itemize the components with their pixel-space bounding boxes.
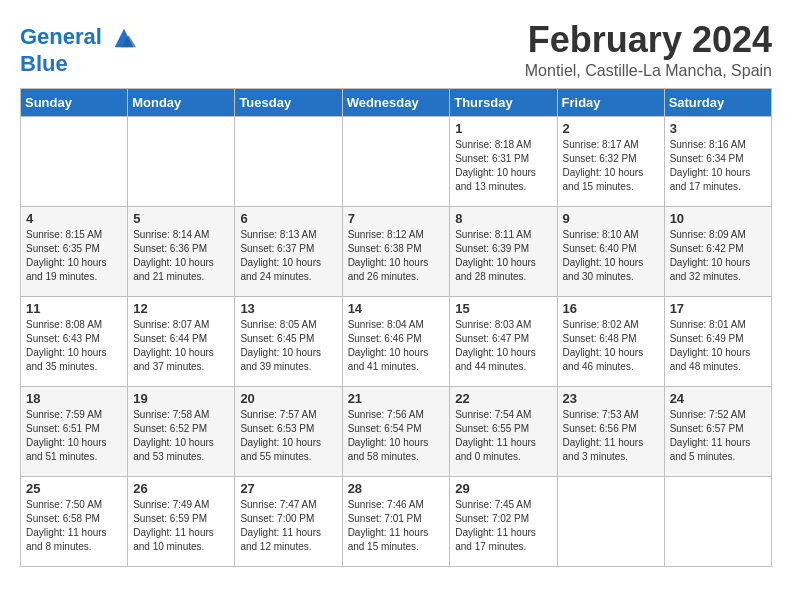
day-info: Sunrise: 8:14 AM Sunset: 6:36 PM Dayligh… xyxy=(133,228,229,284)
day-info: Sunrise: 7:46 AM Sunset: 7:01 PM Dayligh… xyxy=(348,498,445,554)
day-info: Sunrise: 8:03 AM Sunset: 6:47 PM Dayligh… xyxy=(455,318,551,374)
calendar-cell: 8Sunrise: 8:11 AM Sunset: 6:39 PM Daylig… xyxy=(450,206,557,296)
day-number: 21 xyxy=(348,391,445,406)
weekday-header-tuesday: Tuesday xyxy=(235,88,342,116)
calendar-cell: 18Sunrise: 7:59 AM Sunset: 6:51 PM Dayli… xyxy=(21,386,128,476)
day-number: 1 xyxy=(455,121,551,136)
day-info: Sunrise: 7:56 AM Sunset: 6:54 PM Dayligh… xyxy=(348,408,445,464)
day-info: Sunrise: 7:50 AM Sunset: 6:58 PM Dayligh… xyxy=(26,498,122,554)
title-block: February 2024 Montiel, Castille-La Manch… xyxy=(525,20,772,80)
day-info: Sunrise: 8:08 AM Sunset: 6:43 PM Dayligh… xyxy=(26,318,122,374)
weekday-header-thursday: Thursday xyxy=(450,88,557,116)
day-info: Sunrise: 8:07 AM Sunset: 6:44 PM Dayligh… xyxy=(133,318,229,374)
calendar-cell: 10Sunrise: 8:09 AM Sunset: 6:42 PM Dayli… xyxy=(664,206,771,296)
calendar-table: SundayMondayTuesdayWednesdayThursdayFrid… xyxy=(20,88,772,567)
calendar-cell: 3Sunrise: 8:16 AM Sunset: 6:34 PM Daylig… xyxy=(664,116,771,206)
weekday-header-friday: Friday xyxy=(557,88,664,116)
weekday-header-sunday: Sunday xyxy=(21,88,128,116)
day-number: 14 xyxy=(348,301,445,316)
day-info: Sunrise: 8:10 AM Sunset: 6:40 PM Dayligh… xyxy=(563,228,659,284)
calendar-cell: 1Sunrise: 8:18 AM Sunset: 6:31 PM Daylig… xyxy=(450,116,557,206)
logo-blue: Blue xyxy=(20,52,138,76)
day-number: 19 xyxy=(133,391,229,406)
calendar-cell: 27Sunrise: 7:47 AM Sunset: 7:00 PM Dayli… xyxy=(235,476,342,566)
weekday-header-saturday: Saturday xyxy=(664,88,771,116)
calendar-cell: 13Sunrise: 8:05 AM Sunset: 6:45 PM Dayli… xyxy=(235,296,342,386)
calendar-cell: 11Sunrise: 8:08 AM Sunset: 6:43 PM Dayli… xyxy=(21,296,128,386)
day-number: 12 xyxy=(133,301,229,316)
day-number: 11 xyxy=(26,301,122,316)
day-number: 13 xyxy=(240,301,336,316)
day-number: 15 xyxy=(455,301,551,316)
day-number: 6 xyxy=(240,211,336,226)
day-number: 24 xyxy=(670,391,766,406)
day-number: 9 xyxy=(563,211,659,226)
day-info: Sunrise: 7:47 AM Sunset: 7:00 PM Dayligh… xyxy=(240,498,336,554)
day-info: Sunrise: 8:18 AM Sunset: 6:31 PM Dayligh… xyxy=(455,138,551,194)
calendar-cell: 15Sunrise: 8:03 AM Sunset: 6:47 PM Dayli… xyxy=(450,296,557,386)
calendar-cell xyxy=(21,116,128,206)
calendar-cell: 9Sunrise: 8:10 AM Sunset: 6:40 PM Daylig… xyxy=(557,206,664,296)
calendar-cell xyxy=(664,476,771,566)
logo-icon xyxy=(110,24,138,52)
day-number: 22 xyxy=(455,391,551,406)
calendar-cell: 20Sunrise: 7:57 AM Sunset: 6:53 PM Dayli… xyxy=(235,386,342,476)
calendar-cell: 12Sunrise: 8:07 AM Sunset: 6:44 PM Dayli… xyxy=(128,296,235,386)
month-title: February 2024 xyxy=(525,20,772,60)
calendar-cell: 2Sunrise: 8:17 AM Sunset: 6:32 PM Daylig… xyxy=(557,116,664,206)
calendar-cell: 28Sunrise: 7:46 AM Sunset: 7:01 PM Dayli… xyxy=(342,476,450,566)
calendar-body: 1Sunrise: 8:18 AM Sunset: 6:31 PM Daylig… xyxy=(21,116,772,566)
calendar-week-1: 1Sunrise: 8:18 AM Sunset: 6:31 PM Daylig… xyxy=(21,116,772,206)
day-info: Sunrise: 7:45 AM Sunset: 7:02 PM Dayligh… xyxy=(455,498,551,554)
day-number: 8 xyxy=(455,211,551,226)
calendar-cell: 21Sunrise: 7:56 AM Sunset: 6:54 PM Dayli… xyxy=(342,386,450,476)
calendar-cell: 23Sunrise: 7:53 AM Sunset: 6:56 PM Dayli… xyxy=(557,386,664,476)
calendar-cell xyxy=(235,116,342,206)
day-info: Sunrise: 7:58 AM Sunset: 6:52 PM Dayligh… xyxy=(133,408,229,464)
calendar-cell: 29Sunrise: 7:45 AM Sunset: 7:02 PM Dayli… xyxy=(450,476,557,566)
calendar-cell: 6Sunrise: 8:13 AM Sunset: 6:37 PM Daylig… xyxy=(235,206,342,296)
day-number: 7 xyxy=(348,211,445,226)
calendar-cell: 22Sunrise: 7:54 AM Sunset: 6:55 PM Dayli… xyxy=(450,386,557,476)
day-number: 26 xyxy=(133,481,229,496)
day-info: Sunrise: 8:17 AM Sunset: 6:32 PM Dayligh… xyxy=(563,138,659,194)
day-number: 16 xyxy=(563,301,659,316)
logo: General Blue xyxy=(20,24,138,76)
day-info: Sunrise: 8:16 AM Sunset: 6:34 PM Dayligh… xyxy=(670,138,766,194)
calendar-cell xyxy=(342,116,450,206)
calendar-cell: 25Sunrise: 7:50 AM Sunset: 6:58 PM Dayli… xyxy=(21,476,128,566)
day-number: 17 xyxy=(670,301,766,316)
day-info: Sunrise: 7:54 AM Sunset: 6:55 PM Dayligh… xyxy=(455,408,551,464)
day-number: 23 xyxy=(563,391,659,406)
calendar-cell: 24Sunrise: 7:52 AM Sunset: 6:57 PM Dayli… xyxy=(664,386,771,476)
calendar-week-2: 4Sunrise: 8:15 AM Sunset: 6:35 PM Daylig… xyxy=(21,206,772,296)
day-info: Sunrise: 8:13 AM Sunset: 6:37 PM Dayligh… xyxy=(240,228,336,284)
day-number: 25 xyxy=(26,481,122,496)
calendar-cell: 5Sunrise: 8:14 AM Sunset: 6:36 PM Daylig… xyxy=(128,206,235,296)
day-info: Sunrise: 8:09 AM Sunset: 6:42 PM Dayligh… xyxy=(670,228,766,284)
calendar-cell: 4Sunrise: 8:15 AM Sunset: 6:35 PM Daylig… xyxy=(21,206,128,296)
location: Montiel, Castille-La Mancha, Spain xyxy=(525,62,772,80)
calendar-week-4: 18Sunrise: 7:59 AM Sunset: 6:51 PM Dayli… xyxy=(21,386,772,476)
day-info: Sunrise: 7:59 AM Sunset: 6:51 PM Dayligh… xyxy=(26,408,122,464)
page-header: General Blue February 2024 Montiel, Cast… xyxy=(20,20,772,80)
day-number: 3 xyxy=(670,121,766,136)
calendar-week-5: 25Sunrise: 7:50 AM Sunset: 6:58 PM Dayli… xyxy=(21,476,772,566)
day-info: Sunrise: 8:12 AM Sunset: 6:38 PM Dayligh… xyxy=(348,228,445,284)
calendar-cell: 17Sunrise: 8:01 AM Sunset: 6:49 PM Dayli… xyxy=(664,296,771,386)
day-info: Sunrise: 8:04 AM Sunset: 6:46 PM Dayligh… xyxy=(348,318,445,374)
day-info: Sunrise: 8:02 AM Sunset: 6:48 PM Dayligh… xyxy=(563,318,659,374)
day-number: 10 xyxy=(670,211,766,226)
weekday-header-monday: Monday xyxy=(128,88,235,116)
day-number: 27 xyxy=(240,481,336,496)
calendar-cell: 7Sunrise: 8:12 AM Sunset: 6:38 PM Daylig… xyxy=(342,206,450,296)
day-number: 28 xyxy=(348,481,445,496)
day-number: 18 xyxy=(26,391,122,406)
day-info: Sunrise: 7:57 AM Sunset: 6:53 PM Dayligh… xyxy=(240,408,336,464)
logo-text: General xyxy=(20,24,138,52)
calendar-cell xyxy=(128,116,235,206)
day-number: 2 xyxy=(563,121,659,136)
calendar-week-3: 11Sunrise: 8:08 AM Sunset: 6:43 PM Dayli… xyxy=(21,296,772,386)
calendar-cell: 19Sunrise: 7:58 AM Sunset: 6:52 PM Dayli… xyxy=(128,386,235,476)
day-info: Sunrise: 7:49 AM Sunset: 6:59 PM Dayligh… xyxy=(133,498,229,554)
